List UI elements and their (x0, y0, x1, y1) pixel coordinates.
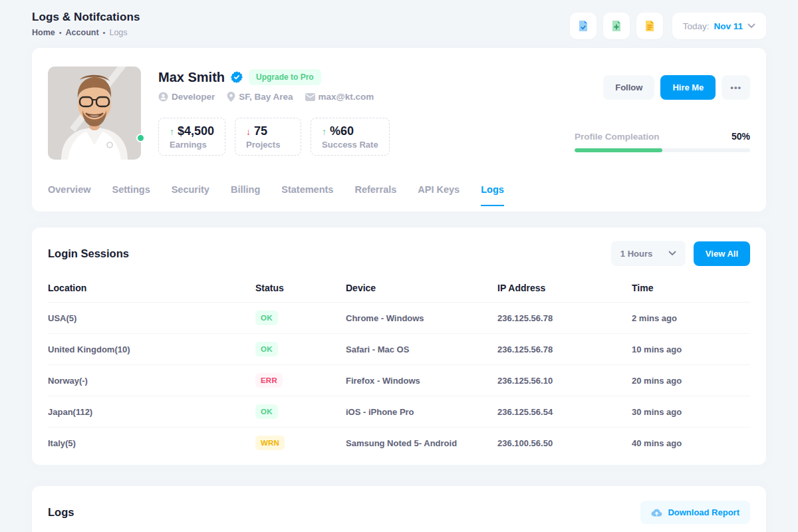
file-plus-icon (609, 19, 624, 33)
cell-ip: 236.125.56.10 (497, 365, 632, 396)
file-check-button[interactable] (570, 13, 597, 39)
progress-bar (575, 148, 750, 152)
person-icon (158, 92, 168, 102)
stat-label: Earnings (170, 140, 214, 150)
topbar-actions: Today: Nov 11 (570, 11, 766, 39)
cell-ip: 236.100.56.50 (497, 428, 632, 459)
role-label: Developer (172, 92, 215, 102)
cell-time: 20 mins ago (632, 365, 750, 396)
stat-label: Success Rate (322, 140, 378, 150)
tab-api-keys[interactable]: API Keys (418, 184, 460, 206)
cell-device: Firefox - Windows (346, 365, 497, 396)
tab-settings[interactable]: Settings (112, 184, 150, 206)
tab-statements[interactable]: Statements (281, 184, 333, 206)
cell-ip: 236.125.56.54 (497, 396, 632, 428)
cell-location: Italy(5) (48, 428, 255, 459)
table-header-row: Location Status Device IP Address Time (48, 273, 750, 303)
cell-location: Norway(-) (48, 365, 255, 396)
table-row[interactable]: Italy(5) WRN Samsung Noted 5- Android 23… (48, 428, 750, 459)
download-report-button[interactable]: Download Report (640, 501, 750, 524)
progress-fill (575, 148, 662, 152)
upgrade-to-pro-badge[interactable]: Upgrade to Pro (249, 69, 321, 85)
logs-card: Logs Download Report 500 ERR POST /v1/in… (32, 486, 766, 532)
sessions-table: Location Status Device IP Address Time U… (48, 273, 750, 458)
breadcrumb-logs: Logs (109, 28, 127, 37)
table-row[interactable]: United Kingdom(10) OK Safari - Mac OS 23… (48, 334, 750, 365)
date-picker[interactable]: Today: Nov 11 (672, 13, 766, 39)
stat-earnings: ↑ $4,500 Earnings (158, 118, 225, 156)
profile-actions: Follow Hire Me ••• (603, 75, 750, 100)
column-device: Device (346, 273, 497, 303)
tab-security[interactable]: Security (172, 184, 209, 206)
chevron-down-icon (668, 251, 676, 256)
status-badge: OK (255, 311, 278, 325)
more-options-button[interactable]: ••• (722, 75, 750, 100)
chevron-down-icon (747, 23, 755, 29)
sessions-header: Login Sessions 1 Hours View All (48, 241, 750, 266)
cell-time: 10 mins ago (632, 334, 750, 365)
cell-device: Safari - Mac OS (346, 334, 497, 365)
file-lines-button[interactable] (636, 13, 663, 39)
cell-location: United Kingdom(10) (48, 334, 255, 365)
trend-up-icon: ↑ (170, 127, 174, 136)
download-report-label: Download Report (668, 507, 739, 517)
email-item: max@kt.com (305, 92, 374, 102)
cell-ip: 236.125.56.78 (497, 303, 632, 334)
view-all-button[interactable]: View All (694, 241, 750, 266)
cell-device: Chrome - Windows (346, 303, 497, 334)
column-location: Location (48, 273, 255, 303)
page-title: Logs & Notifcations (32, 11, 140, 24)
stat-value: $4,500 (178, 124, 214, 138)
trend-down-icon: ↓ (246, 127, 251, 136)
table-row[interactable]: Japan(112) OK iOS - iPhone Pro 236.125.5… (48, 396, 750, 428)
tab-logs[interactable]: Logs (481, 184, 504, 206)
cell-device: iOS - iPhone Pro (346, 396, 497, 428)
role-item: Developer (158, 92, 215, 102)
column-status: Status (255, 273, 346, 303)
map-pin-icon (227, 92, 235, 102)
status-badge: OK (255, 404, 278, 419)
breadcrumb: Home • Account • Logs (32, 28, 140, 37)
table-row[interactable]: USA(5) OK Chrome - Windows 236.125.56.78… (48, 303, 750, 334)
cloud-upload-icon (651, 508, 662, 517)
hours-filter-select[interactable]: 1 Hours (611, 241, 686, 266)
breadcrumb-home[interactable]: Home (32, 28, 55, 37)
stat-success-rate: ↑ %60 Success Rate (311, 118, 390, 156)
email-label: max@kt.com (319, 92, 374, 102)
file-check-icon (576, 19, 591, 33)
column-time: Time (632, 273, 750, 303)
stat-label: Projects (246, 140, 290, 150)
cell-time: 40 mins ago (632, 428, 750, 459)
cell-device: Samsung Noted 5- Android (346, 428, 497, 459)
logs-header: Logs Download Report (48, 501, 750, 524)
table-row[interactable]: Norway(-) ERR Firefox - Windows 236.125.… (48, 365, 750, 396)
logs-title: Logs (48, 506, 74, 519)
tab-referrals[interactable]: Referrals (354, 184, 396, 206)
location-item: SF, Bay Area (227, 92, 293, 102)
stat-projects: ↓ 75 Projects (235, 118, 301, 156)
profile-card: Max Smith Upgrade to Pro Developer (32, 48, 766, 211)
top-header: Logs & Notifcations Home • Account • Log… (0, 0, 798, 48)
trend-up-icon: ↑ (322, 127, 327, 136)
column-ip-address: IP Address (497, 273, 632, 303)
profile-tabs: Overview Settings Security Billing State… (48, 184, 750, 206)
login-sessions-card: Login Sessions 1 Hours View All Location… (32, 227, 766, 465)
cell-time: 30 mins ago (632, 396, 750, 428)
cell-ip: 236.125.56.78 (497, 334, 632, 365)
file-lines-icon (642, 19, 657, 33)
stat-value: %60 (330, 124, 354, 138)
date-value: Nov 11 (714, 21, 743, 31)
tab-billing[interactable]: Billing (231, 184, 260, 206)
profile-completion: Profile Compleation 50% (575, 131, 750, 152)
hire-me-button[interactable]: Hire Me (660, 75, 716, 100)
status-badge: OK (255, 342, 278, 356)
sessions-controls: 1 Hours View All (611, 241, 750, 266)
avatar (48, 66, 141, 160)
breadcrumb-account[interactable]: Account (66, 28, 99, 37)
tab-overview[interactable]: Overview (48, 184, 91, 206)
follow-button[interactable]: Follow (603, 75, 654, 100)
file-plus-button[interactable] (603, 13, 630, 39)
breadcrumb-separator: • (103, 29, 106, 37)
cell-time: 2 mins ago (632, 303, 750, 334)
cell-location: USA(5) (48, 303, 255, 334)
